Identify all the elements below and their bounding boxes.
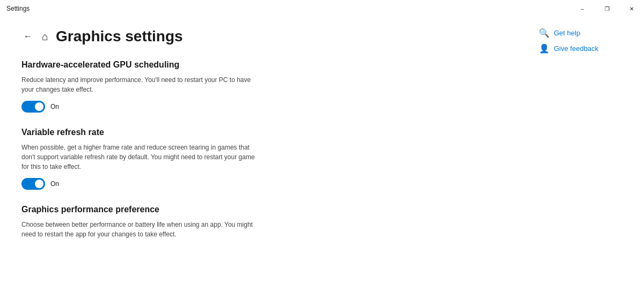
- window: Settings – ❐ ✕ ← ⌂ Graphics settings Har…: [0, 0, 644, 290]
- main-content: ← ⌂ Graphics settings Hardware-accelerat…: [0, 17, 526, 290]
- right-sidebar: 🔍 Get help 👤 Give feedback: [526, 17, 644, 290]
- graphics-perf-title: Graphics performance preference: [21, 205, 504, 214]
- variable-refresh-toggle-label: On: [50, 180, 59, 188]
- gpu-scheduling-toggle[interactable]: [21, 101, 45, 113]
- give-feedback-icon: 👤: [539, 43, 550, 54]
- variable-refresh-section: Variable refresh rate When possible, get…: [21, 128, 504, 190]
- gpu-scheduling-section: Hardware-accelerated GPU scheduling Redu…: [21, 60, 504, 113]
- get-help-link[interactable]: 🔍 Get help: [539, 28, 631, 38]
- graphics-perf-section: Graphics performance preference Choose b…: [21, 205, 504, 239]
- title-bar-controls: – ❐ ✕: [570, 0, 644, 17]
- give-feedback-label: Give feedback: [554, 44, 598, 53]
- content-area: ← ⌂ Graphics settings Hardware-accelerat…: [0, 17, 644, 290]
- minimize-button[interactable]: –: [570, 0, 595, 17]
- back-button[interactable]: ←: [21, 29, 34, 43]
- close-button[interactable]: ✕: [619, 0, 644, 17]
- gpu-scheduling-toggle-row: On: [21, 101, 504, 113]
- title-bar: Settings – ❐ ✕: [0, 0, 644, 17]
- get-help-icon: 🔍: [539, 28, 550, 38]
- variable-refresh-toggle[interactable]: [21, 178, 45, 190]
- home-icon: ⌂: [42, 31, 48, 43]
- gpu-scheduling-desc: Reduce latency and improve performance. …: [21, 75, 258, 94]
- give-feedback-link[interactable]: 👤 Give feedback: [539, 43, 631, 54]
- variable-refresh-toggle-row: On: [21, 178, 504, 190]
- window-title: Settings: [6, 5, 30, 12]
- gpu-scheduling-toggle-label: On: [50, 103, 59, 110]
- graphics-perf-desc: Choose between better performance or bat…: [21, 220, 258, 239]
- variable-refresh-desc: When possible, get a higher frame rate a…: [21, 143, 258, 172]
- gpu-scheduling-title: Hardware-accelerated GPU scheduling: [21, 60, 504, 70]
- restore-button[interactable]: ❐: [595, 0, 619, 17]
- page-title: Graphics settings: [56, 28, 183, 45]
- variable-refresh-title: Variable refresh rate: [21, 128, 504, 137]
- page-header: ← ⌂ Graphics settings: [21, 28, 504, 45]
- get-help-label: Get help: [554, 29, 580, 37]
- title-bar-left: Settings: [6, 5, 30, 12]
